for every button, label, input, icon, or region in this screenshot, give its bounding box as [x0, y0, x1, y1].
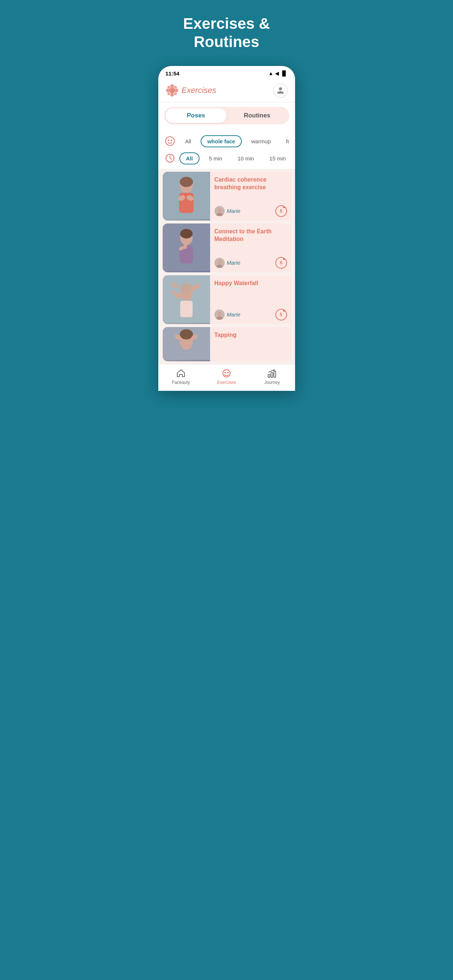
app-header: Exercises	[158, 80, 295, 102]
journey-icon	[267, 368, 277, 379]
status-bar: 11:54 ▲ ◀ ▐▌	[158, 66, 295, 80]
nav-label-journey: Journey	[265, 380, 280, 385]
filter-whole-face[interactable]: whole face	[201, 135, 242, 147]
exercise-info: Happy Waterfall Marie	[210, 275, 291, 324]
exercise-name: Tapping	[214, 331, 287, 339]
timer-badge: 5	[275, 309, 287, 320]
svg-point-27	[180, 229, 193, 239]
exercise-card[interactable]: Tapping	[163, 327, 291, 361]
svg-rect-35	[180, 301, 193, 317]
exercise-info: Cardiac coherence breathing exercise Mar…	[210, 172, 291, 221]
outer-wrapper: Exercises &Routines 11:54 ▲ ◀ ▐▌	[151, 0, 302, 391]
phone-frame: 11:54 ▲ ◀ ▐▌ E	[158, 66, 295, 391]
app-logo-icon	[166, 84, 179, 97]
filter-forehead[interactable]: forehead	[280, 136, 289, 146]
instructor-name: Marie	[227, 208, 241, 214]
svg-point-6	[174, 86, 177, 89]
instructor-row: Marie	[214, 206, 241, 216]
face-filter-icon	[164, 135, 176, 147]
duration-text: 5	[280, 260, 282, 266]
timer-dot	[283, 206, 285, 208]
svg-point-11	[171, 140, 172, 141]
exercise-card[interactable]: Cardiac coherence breathing exercise Mar…	[163, 172, 291, 221]
svg-point-18	[180, 177, 193, 187]
svg-line-14	[170, 158, 172, 159]
time-filter-10[interactable]: 10 min	[231, 153, 260, 164]
bottom-nav: Faceauty Exercises	[158, 364, 295, 391]
svg-point-10	[168, 140, 169, 141]
signal-icon: ◀	[275, 70, 279, 76]
profile-button[interactable]	[273, 83, 288, 98]
hero-title: Exercises &Routines	[183, 14, 270, 51]
tab-switcher: Poses Routines	[158, 102, 295, 129]
tab-poses[interactable]: Poses	[166, 108, 227, 123]
header-left: Exercises	[166, 84, 216, 97]
nav-journey[interactable]: Journey	[249, 368, 295, 385]
exercise-name: Connect to the Earth Meditation	[214, 228, 287, 243]
instructor-avatar	[214, 258, 225, 268]
svg-rect-54	[274, 371, 276, 377]
exercise-card[interactable]: Happy Waterfall Marie	[163, 275, 291, 324]
svg-point-22	[217, 208, 222, 213]
face-filter-row: All whole face warmup forehead	[164, 132, 289, 150]
exercise-list: Cardiac coherence breathing exercise Mar…	[158, 169, 295, 364]
nav-faceauty[interactable]: Faceauty	[158, 368, 204, 385]
exercise-thumbnail	[163, 327, 210, 361]
wifi-icon: ▲	[268, 70, 274, 76]
exercises-icon	[222, 368, 231, 379]
svg-rect-52	[268, 374, 270, 377]
exercise-info: Tapping	[210, 327, 291, 361]
timer-badge: 5	[275, 257, 287, 269]
svg-point-3	[166, 89, 170, 92]
status-icons: ▲ ◀ ▐▌	[268, 70, 288, 76]
svg-rect-53	[271, 372, 273, 377]
svg-point-50	[224, 372, 226, 373]
filter-warmup[interactable]: warmup	[246, 136, 276, 146]
app-title: Exercises	[182, 86, 216, 95]
svg-point-42	[217, 312, 222, 316]
svg-point-46	[180, 329, 193, 339]
instructor-avatar	[214, 206, 225, 216]
svg-point-8	[174, 92, 177, 95]
time-filter-15[interactable]: 15 min	[263, 153, 292, 164]
tab-routines[interactable]: Routines	[226, 108, 288, 123]
instructor-name: Marie	[227, 311, 241, 318]
exercise-info: Connect to the Earth Meditation Marie	[210, 223, 291, 272]
time-filter-all[interactable]: All	[179, 153, 199, 164]
filter-section: All whole face warmup forehead All 5 min…	[158, 129, 295, 169]
timer-dot	[283, 258, 285, 260]
nav-exercises[interactable]: Exercises	[204, 368, 249, 385]
time-filter-5[interactable]: 5 min	[203, 153, 228, 164]
home-icon	[176, 368, 186, 379]
exercise-meta: Marie 5	[214, 257, 287, 269]
timer-badge: 5	[275, 205, 287, 217]
exercise-meta: Marie 5	[214, 309, 287, 320]
duration-text: 5	[280, 208, 282, 214]
exercise-name: Happy Waterfall	[214, 280, 287, 287]
instructor-avatar	[214, 310, 225, 320]
svg-point-2	[170, 93, 174, 97]
exercise-card[interactable]: Connect to the Earth Meditation Marie	[163, 223, 291, 272]
duration-text: 5	[280, 312, 282, 317]
nav-label-faceauty: Faceauty	[172, 380, 190, 385]
svg-point-7	[167, 92, 170, 95]
instructor-row: Marie	[214, 258, 241, 268]
svg-point-9	[166, 137, 174, 145]
exercise-meta: Marie 5	[214, 205, 287, 217]
instructor-row: Marie	[214, 310, 241, 320]
exercise-thumbnail	[163, 275, 210, 324]
filter-all[interactable]: All	[179, 136, 197, 146]
clock-filter-icon	[164, 153, 176, 164]
tab-row: Poses Routines	[164, 107, 289, 124]
instructor-name: Marie	[227, 259, 241, 266]
svg-point-31	[217, 260, 222, 264]
person-icon	[276, 86, 284, 94]
exercise-thumbnail	[163, 223, 210, 272]
status-time: 11:54	[166, 70, 179, 76]
svg-point-51	[227, 372, 229, 373]
svg-point-4	[175, 89, 179, 92]
time-filter-row: All 5 min 10 min 15 min	[164, 150, 289, 169]
svg-point-5	[167, 86, 170, 89]
nav-label-exercises: Exercises	[217, 380, 236, 385]
battery-icon: ▐▌	[281, 70, 288, 76]
